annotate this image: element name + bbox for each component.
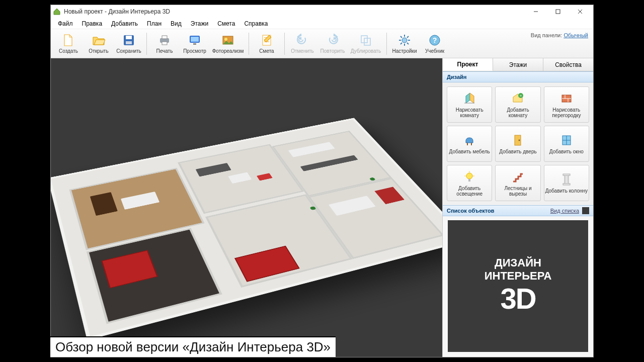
close-button[interactable] [569, 5, 591, 18]
menu-floors[interactable]: Этажи [187, 19, 212, 28]
design-section-header: Дизайн [443, 71, 593, 82]
svg-point-46 [466, 173, 472, 179]
chair-icon [462, 133, 476, 147]
content: Проект Этажи Свойства Дизайн Нарисовать … [51, 58, 593, 357]
window-title: Новый проект - Дизайн Интерьера 3D [64, 8, 170, 15]
svg-rect-47 [468, 179, 470, 182]
render-icon [221, 33, 235, 47]
menu-file[interactable]: Файл [54, 19, 77, 28]
objects-section-header: Список объектов Вид списка [443, 205, 593, 216]
create-button[interactable]: Создать [54, 31, 83, 57]
svg-line-28 [407, 36, 409, 38]
tab-floors[interactable]: Этажи [493, 58, 543, 71]
svg-rect-9 [162, 42, 167, 45]
svg-text:+: + [520, 94, 522, 98]
viewport-3d[interactable] [51, 58, 442, 357]
svg-line-27 [407, 43, 409, 44]
objects-area: ДИЗАЙН ИНТЕРЬЕРА 3D [443, 216, 593, 357]
undo-icon [295, 33, 309, 47]
save-icon [122, 33, 136, 47]
preview-button[interactable]: Просмотр [180, 31, 209, 57]
printer-icon [157, 33, 172, 47]
notepad-icon [260, 33, 274, 47]
svg-rect-53 [563, 184, 570, 185]
menu-help[interactable]: Справка [240, 19, 272, 28]
new-file-icon [61, 33, 75, 47]
panel-mode-link[interactable]: Обычный [564, 32, 588, 38]
panel-mode: Вид панели: Обычный [531, 32, 588, 38]
sidebar: Проект Этажи Свойства Дизайн Нарисовать … [442, 58, 593, 357]
svg-point-21 [402, 38, 407, 43]
photoreal-button[interactable]: Фотореализм [210, 31, 246, 57]
window-icon [559, 133, 574, 147]
copy-icon [359, 33, 373, 47]
redo-button[interactable]: Повторить [318, 31, 347, 57]
monitor-icon [188, 33, 202, 47]
menu-view[interactable]: Вид [167, 19, 186, 28]
svg-rect-1 [556, 10, 560, 14]
svg-line-26 [400, 36, 402, 38]
svg-point-14 [224, 38, 227, 41]
svg-point-42 [519, 140, 520, 141]
svg-line-29 [400, 43, 402, 44]
open-button[interactable]: Открыть [84, 31, 113, 57]
stairs-icon [511, 170, 525, 184]
add-column-button[interactable]: Добавить колонну [544, 165, 589, 201]
svg-text:?: ? [433, 36, 437, 44]
door-icon [511, 133, 525, 147]
undo-button[interactable]: Отменить [288, 31, 317, 57]
app-window: Новый проект - Дизайн Интерьера 3D Файл … [50, 5, 594, 357]
maximize-button[interactable] [547, 5, 569, 18]
add-door-button[interactable]: Добавить дверь [495, 126, 540, 162]
duplicate-button[interactable]: Дублировать [348, 31, 383, 57]
svg-rect-11 [191, 37, 199, 42]
folder-open-icon [92, 33, 106, 47]
floorplan-render [51, 118, 442, 340]
estimate-button[interactable]: Смета [252, 31, 281, 57]
draw-partition-button[interactable]: Нарисовать перегородку [544, 86, 589, 123]
svg-rect-51 [565, 175, 569, 184]
menu-add[interactable]: Добавить [107, 19, 142, 28]
draw-room-icon [462, 92, 476, 106]
svg-rect-52 [563, 174, 570, 175]
add-window-button[interactable]: Добавить окно [544, 126, 589, 162]
app-icon [53, 8, 61, 16]
svg-rect-39 [467, 143, 468, 145]
save-button[interactable]: Сохранить [114, 31, 143, 57]
gear-icon [397, 33, 412, 47]
minimize-button[interactable] [525, 5, 547, 18]
list-view-icon[interactable] [582, 207, 589, 214]
app-logo-3d: ДИЗАЙН ИНТЕРЬЕРА 3D [448, 220, 588, 352]
bulb-icon [462, 170, 476, 184]
svg-rect-6 [126, 41, 132, 44]
toolbar: Создать Открыть Сохранить Печать Просмот… [51, 29, 593, 58]
sidebar-tabs: Проект Этажи Свойства [443, 58, 593, 71]
partition-icon [559, 92, 574, 106]
add-room-icon: + [511, 92, 525, 106]
help-button[interactable]: ? Учебник [420, 31, 449, 57]
menu-estimate[interactable]: Смета [213, 19, 239, 28]
svg-rect-5 [126, 36, 132, 39]
video-caption: Обзор новой версии «Дизайн Интерьера 3D» [50, 336, 336, 357]
svg-rect-40 [471, 143, 472, 145]
add-room-button[interactable]: + Добавить комнату [495, 86, 540, 123]
add-stairs-button[interactable]: Лестницы и вырезы [495, 165, 540, 201]
svg-rect-12 [193, 43, 196, 45]
column-icon [559, 172, 574, 187]
menu-plan[interactable]: План [143, 19, 166, 28]
print-button[interactable]: Печать [150, 31, 179, 57]
list-view-link[interactable]: Вид списка [550, 208, 579, 214]
svg-rect-8 [162, 36, 167, 39]
menubar: Файл Правка Добавить План Вид Этажи Смет… [51, 18, 593, 29]
add-furniture-button[interactable]: Добавить мебель [447, 126, 492, 162]
redo-icon [326, 33, 340, 47]
tab-project[interactable]: Проект [443, 58, 493, 71]
menu-edit[interactable]: Правка [78, 19, 107, 28]
help-icon: ? [428, 33, 442, 47]
draw-room-button[interactable]: Нарисовать комнату [447, 86, 492, 123]
settings-button[interactable]: Настройки [390, 31, 419, 57]
titlebar: Новый проект - Дизайн Интерьера 3D [51, 5, 593, 18]
tab-properties[interactable]: Свойства [543, 58, 593, 71]
add-light-button[interactable]: Добавить освещение [447, 165, 492, 201]
design-grid: Нарисовать комнату + Добавить комнату На… [443, 82, 593, 205]
